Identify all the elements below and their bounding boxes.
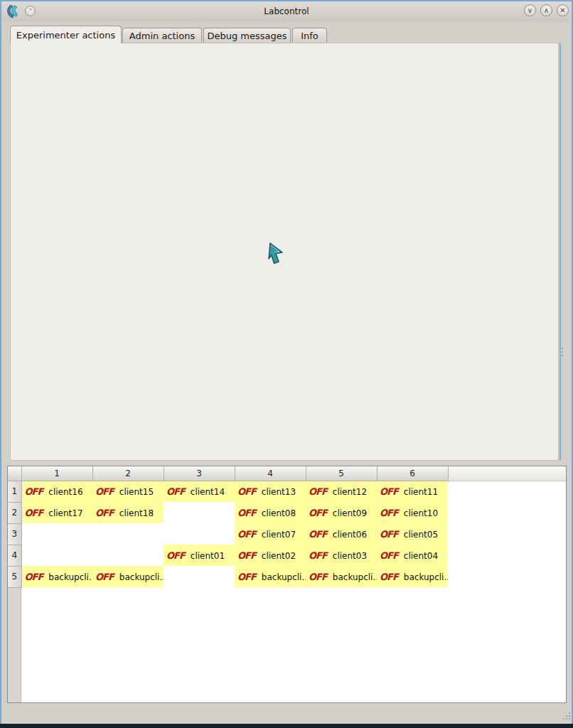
off-status-icon: OFF	[309, 508, 327, 518]
client-cell[interactable]: OFFclient06	[306, 523, 377, 545]
client-cell[interactable]: OFFclient18	[92, 502, 164, 523]
empty-cell[interactable]	[164, 523, 235, 545]
table-row-1: 1 OFFclient16 OFFclient15 OFFclient14 OF…	[8, 481, 566, 502]
client-cell[interactable]: OFFclient02	[235, 545, 306, 566]
off-status-icon: OFF	[25, 486, 43, 497]
client-name: client10	[404, 508, 438, 518]
client-name: backupcli...	[262, 572, 306, 582]
empty-area	[448, 523, 566, 545]
maximize-button[interactable]: ∧	[540, 4, 552, 16]
client-name: client08	[262, 508, 296, 518]
client-cell[interactable]: OFFbackupcli...	[92, 566, 164, 587]
off-status-icon: OFF	[309, 572, 327, 582]
client-name: client11	[404, 487, 438, 497]
empty-area	[448, 481, 566, 502]
row-header-4[interactable]: 4	[8, 545, 21, 566]
tab-label: Experimenter actions	[16, 30, 115, 41]
titlebar[interactable]: Labcontrol ∨ ∧ ✕	[1, 1, 572, 21]
off-status-icon: OFF	[25, 572, 43, 582]
resize-grip[interactable]	[560, 711, 571, 722]
tab-label: Admin actions	[129, 31, 195, 41]
client-status-table: 1 2 3 4 5 6 1 OFFclient16 OFFclient15 OF…	[7, 466, 567, 703]
off-status-icon: OFF	[380, 550, 398, 561]
column-header-5[interactable]: 5	[306, 466, 377, 481]
client-name: client12	[333, 487, 367, 497]
client-cell[interactable]: OFFclient12	[306, 481, 377, 502]
row-header-5[interactable]: 5	[8, 566, 21, 587]
column-header-6[interactable]: 6	[377, 466, 448, 481]
client-name: backupcli...	[119, 572, 164, 582]
client-cell[interactable]: OFFclient14	[164, 481, 235, 502]
tab-label: Info	[301, 31, 318, 41]
client-cell[interactable]: OFFclient17	[21, 502, 92, 523]
off-status-icon: OFF	[237, 550, 256, 561]
header-filler	[448, 466, 566, 481]
empty-area	[448, 502, 566, 523]
column-header-3[interactable]: 3	[164, 466, 235, 481]
client-name: client09	[333, 508, 367, 518]
off-status-icon: OFF	[237, 508, 256, 518]
off-status-icon: OFF	[380, 486, 398, 497]
close-button[interactable]: ✕	[557, 4, 569, 16]
column-header-2[interactable]: 2	[92, 466, 164, 481]
off-status-icon: OFF	[166, 550, 185, 561]
tab-admin-actions[interactable]: Admin actions	[122, 28, 202, 43]
off-status-icon: OFF	[237, 529, 256, 540]
client-cell[interactable]: OFFclient07	[235, 523, 306, 545]
empty-area	[448, 566, 566, 587]
off-status-icon: OFF	[237, 486, 256, 497]
client-name: client16	[48, 487, 82, 497]
row-header-1[interactable]: 1	[8, 481, 21, 502]
client-cell[interactable]: OFFclient10	[377, 502, 448, 523]
table-row-3: 3 OFFclient07 OFFclient06 OFFclient05	[8, 523, 566, 545]
client-cell[interactable]: OFFclient04	[377, 545, 448, 566]
client-cell[interactable]: OFFclient08	[235, 502, 306, 523]
column-header-row: 1 2 3 4 5 6	[8, 466, 566, 481]
empty-cell[interactable]	[21, 523, 92, 545]
off-status-icon: OFF	[380, 529, 398, 540]
client-name: backupcli...	[404, 572, 448, 582]
off-status-icon: OFF	[309, 550, 327, 561]
client-cell[interactable]: OFFclient15	[92, 481, 164, 502]
client-cell[interactable]: OFFbackupcli...	[235, 566, 306, 587]
client-name: client18	[119, 508, 154, 518]
client-name: client17	[48, 508, 82, 518]
row-header-2[interactable]: 2	[8, 502, 21, 523]
empty-cell[interactable]	[164, 502, 235, 523]
minimize-button[interactable]: ∨	[524, 4, 536, 16]
off-status-icon: OFF	[237, 572, 256, 582]
off-status-icon: OFF	[95, 572, 114, 582]
tab-experimenter-actions[interactable]: Experimenter actions	[10, 26, 122, 43]
client-name: client05	[404, 530, 438, 540]
client-cell[interactable]: OFFclient11	[377, 481, 448, 502]
row-header-3[interactable]: 3	[8, 523, 21, 545]
client-cell[interactable]: OFFclient01	[164, 545, 235, 566]
empty-cell[interactable]	[92, 545, 164, 566]
client-cell[interactable]: OFFclient03	[306, 545, 377, 566]
client-cell[interactable]: OFFbackupcli...	[306, 566, 377, 587]
client-name: client01	[191, 551, 225, 561]
client-cell[interactable]: OFFclient09	[306, 502, 377, 523]
empty-cell[interactable]	[164, 566, 235, 587]
empty-cell[interactable]	[92, 523, 164, 545]
empty-cell[interactable]	[21, 545, 92, 566]
column-header-4[interactable]: 4	[235, 466, 306, 481]
client-cell[interactable]: OFFbackupcli...	[377, 566, 448, 587]
experimenter-actions-pane	[10, 43, 559, 461]
column-header-1[interactable]: 1	[21, 466, 92, 481]
client-cell[interactable]: OFFclient13	[235, 481, 306, 502]
off-status-icon: OFF	[309, 486, 327, 497]
client-cell[interactable]: OFFclient05	[377, 523, 448, 545]
client-cell[interactable]: OFFclient16	[21, 481, 92, 502]
client-name: client14	[191, 487, 225, 497]
client-name: client15	[119, 487, 154, 497]
tab-debug-messages[interactable]: Debug messages	[203, 28, 291, 43]
pane-edge-line	[559, 43, 561, 461]
client-cell[interactable]: OFFbackupcli...	[21, 566, 92, 587]
splitter-handle[interactable]	[562, 348, 564, 359]
tab-info[interactable]: Info	[292, 28, 327, 43]
client-name: client04	[404, 551, 438, 561]
client-name: client06	[333, 530, 367, 540]
empty-area	[448, 545, 566, 566]
off-status-icon: OFF	[380, 508, 398, 518]
